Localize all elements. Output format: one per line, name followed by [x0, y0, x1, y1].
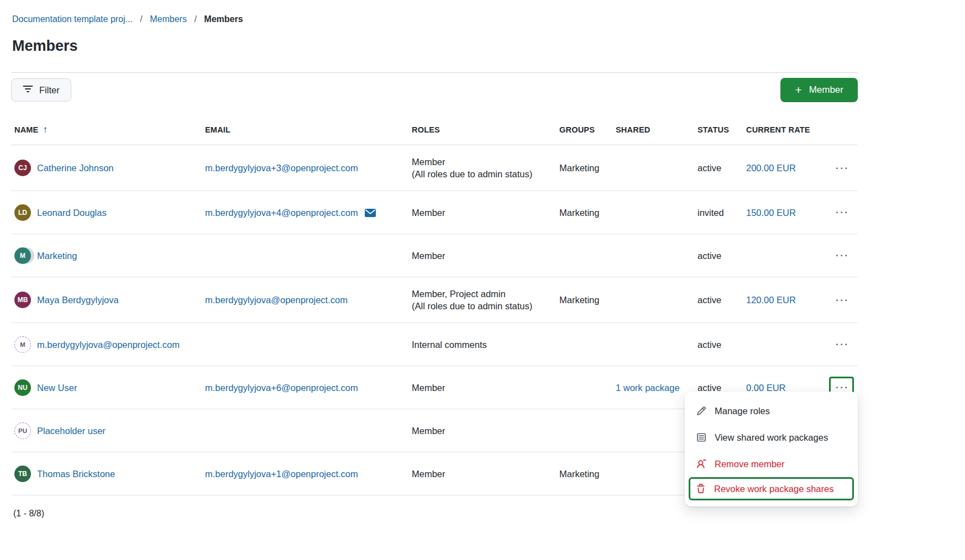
breadcrumb-project-link[interactable]: Documentation template proj... — [12, 14, 133, 24]
member-email-link[interactable]: m.berdygylyjova+1@openproject.com — [205, 468, 358, 480]
avatar: NU — [14, 379, 31, 396]
filter-button-label: Filter — [39, 85, 60, 96]
row-more-actions-button[interactable]: ··· — [829, 202, 854, 223]
roles-text: Internal comments — [412, 340, 487, 350]
status-text: active — [697, 295, 721, 305]
member-name-link[interactable]: Thomas Brickstone — [37, 468, 115, 480]
roles-text: Member — [412, 208, 445, 218]
column-header-email[interactable]: EMAIL — [202, 117, 408, 145]
current-rate-link[interactable]: 150.00 EUR — [746, 208, 796, 218]
member-email-link[interactable]: m.berdygylyjova+3@openproject.com — [205, 162, 358, 174]
column-header-name-label: NAME — [14, 125, 39, 134]
avatar-initials: PU — [14, 422, 31, 439]
groups-text: Marketing — [559, 208, 599, 218]
status-text: active — [697, 340, 721, 350]
avatar: M — [14, 336, 31, 353]
avatar: LD — [14, 204, 31, 221]
column-header-actions — [826, 117, 858, 145]
avatar: TB — [14, 466, 31, 482]
breadcrumb-separator: / — [140, 14, 142, 24]
groups-text: Marketing — [559, 163, 599, 173]
add-member-button[interactable]: + Member — [780, 78, 858, 102]
add-member-button-label: Member — [809, 84, 843, 96]
members-table-body: CJ Catherine Johnson m.berdygylyjova+3@o… — [11, 145, 858, 495]
member-name-link[interactable]: Marketing — [37, 250, 77, 262]
member-email-link[interactable]: m.berdygylyjova@openproject.com — [205, 294, 348, 306]
member-name-link[interactable]: New User — [37, 382, 77, 394]
member-row: LD Leonard Douglas m.berdygylyjova+4@ope… — [11, 191, 858, 234]
member-name-link[interactable]: Placeholder user — [37, 425, 106, 437]
member-name-link[interactable]: m.berdygylyjova@openproject.com — [37, 339, 180, 351]
context-menu-list: Manage roles View shared work packages R… — [685, 398, 858, 500]
member-email-link[interactable]: m.berdygylyjova+6@openproject.com — [205, 382, 358, 394]
avatar: CJ — [14, 160, 31, 176]
breadcrumb-separator: / — [194, 14, 196, 24]
member-name-link[interactable]: Maya Berdygylyjova — [37, 294, 119, 306]
avatar: M — [14, 247, 31, 264]
actions-cell: ··· — [826, 145, 858, 191]
row-more-actions-button[interactable]: ··· — [829, 245, 854, 266]
groups-text: Marketing — [559, 295, 599, 305]
avatar-initials: MB — [14, 292, 31, 308]
actions-cell: ··· — [826, 277, 858, 323]
current-rate-link[interactable]: 120.00 EUR — [746, 295, 796, 305]
filter-icon — [23, 84, 33, 96]
current-rate-link[interactable]: 200.00 EUR — [746, 163, 796, 173]
menu-item-label: Revoke work package shares — [714, 483, 833, 495]
member-email-link[interactable]: m.berdygylyjova+4@openproject.com — [205, 207, 358, 219]
member-row: NU New User m.berdygylyjova+6@openprojec… — [11, 366, 858, 409]
member-row: MB Maya Berdygylyjova m.berdygylyjova@op… — [11, 277, 858, 323]
avatar-initials: M — [14, 247, 31, 264]
roles-text: Member — [412, 251, 445, 261]
sort-ascending-icon: ↑ — [43, 124, 48, 135]
roles-note: (All roles due to admin status) — [412, 300, 552, 312]
members-table: NAME↑ EMAIL ROLES GROUPS SHARED STATUS C… — [11, 117, 858, 495]
context-menu-item[interactable]: Revoke work package shares — [689, 477, 854, 500]
avatar: PU — [14, 422, 31, 439]
shared-work-packages-link[interactable]: 1 work package — [616, 383, 680, 393]
column-header-current-rate[interactable]: CURRENT RATE — [743, 117, 826, 145]
context-menu-item[interactable]: Manage roles — [685, 398, 858, 424]
column-header-name[interactable]: NAME↑ — [11, 117, 202, 145]
avatar-initials: LD — [14, 204, 31, 221]
current-rate-link[interactable]: 0.00 EUR — [746, 383, 786, 393]
column-header-groups[interactable]: GROUPS — [556, 117, 612, 145]
member-name-link[interactable]: Leonard Douglas — [37, 207, 107, 219]
breadcrumb-current: Members — [204, 14, 243, 24]
avatar-initials: M — [14, 336, 31, 353]
actions-cell: ··· — [826, 323, 858, 366]
roles-text: Member — [412, 157, 445, 167]
menu-item-label: View shared work packages — [715, 431, 828, 443]
row-more-actions-button[interactable]: ··· — [829, 157, 854, 179]
members-page: Documentation template proj... / Members… — [11, 0, 858, 519]
roles-text: Member — [412, 469, 445, 479]
status-text: active — [697, 251, 721, 261]
column-header-shared[interactable]: SHARED — [612, 117, 694, 145]
avatar-initials: CJ — [14, 160, 31, 176]
breadcrumb-members-link[interactable]: Members — [150, 14, 187, 24]
page-title: Members — [12, 38, 858, 55]
status-text: active — [697, 383, 721, 393]
row-more-actions-button[interactable]: ··· — [829, 289, 854, 311]
member-name-link[interactable]: Catherine Johnson — [37, 162, 114, 174]
filter-button[interactable]: Filter — [11, 78, 71, 102]
plus-icon: + — [795, 86, 801, 94]
remove-member-icon — [696, 459, 706, 469]
avatar-initials: TB — [14, 466, 31, 482]
context-menu-item[interactable]: View shared work packages — [685, 424, 858, 451]
roles-text: Member — [412, 383, 445, 393]
row-actions-context-menu: Manage roles View shared work packages R… — [685, 392, 858, 506]
menu-item-label: Remove member — [715, 458, 785, 470]
row-more-actions-button[interactable]: ··· — [829, 334, 854, 355]
context-menu-item[interactable]: Remove member — [685, 451, 858, 477]
column-header-status[interactable]: STATUS — [694, 117, 743, 145]
pencil-icon — [696, 406, 706, 416]
status-text: active — [697, 163, 721, 173]
actions-cell: ··· — [826, 234, 858, 277]
column-header-roles[interactable]: ROLES — [408, 117, 556, 145]
table-header-row: NAME↑ EMAIL ROLES GROUPS SHARED STATUS C… — [11, 117, 858, 145]
roles-text: Member, Project admin — [412, 289, 506, 299]
status-text: invited — [697, 208, 724, 218]
avatar-initials: NU — [14, 379, 31, 396]
shared-packages-icon — [696, 432, 706, 442]
